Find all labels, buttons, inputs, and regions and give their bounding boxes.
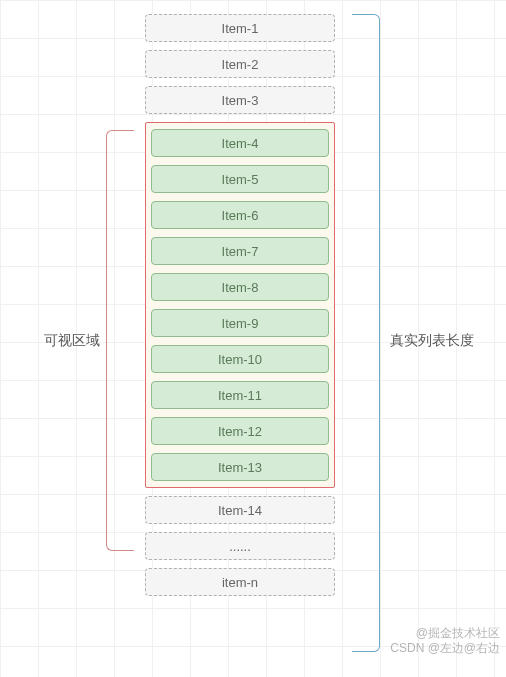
- item-label: Item-1: [222, 21, 259, 36]
- list-item: Item-3: [145, 86, 335, 114]
- list-item: Item-12: [151, 417, 329, 445]
- item-label: Item-2: [222, 57, 259, 72]
- viewport-box: Item-4 Item-5 Item-6 Item-7 Item-8 Item-…: [145, 122, 335, 488]
- watermark: @掘金技术社区 CSDN @左边@右边: [390, 626, 500, 657]
- list-item: Item-14: [145, 496, 335, 524]
- item-label: Item-14: [218, 503, 262, 518]
- item-label: Item-9: [222, 316, 259, 331]
- list-item: Item-4: [151, 129, 329, 157]
- diagram-stage: Item-1 Item-2 Item-3 Item-4 Item-5 Item-…: [0, 0, 506, 677]
- list-item: Item-11: [151, 381, 329, 409]
- left-bracket-label: 可视区域: [44, 332, 100, 350]
- item-label: Item-4: [222, 136, 259, 151]
- list-item: Item-5: [151, 165, 329, 193]
- item-column: Item-1 Item-2 Item-3 Item-4 Item-5 Item-…: [145, 14, 335, 596]
- watermark-line: CSDN @左边@右边: [390, 641, 500, 657]
- item-label: Item-13: [218, 460, 262, 475]
- right-bracket-label: 真实列表长度: [390, 332, 474, 350]
- item-label: Item-11: [218, 388, 262, 403]
- item-label: Item-8: [222, 280, 259, 295]
- list-item: item-n: [145, 568, 335, 596]
- list-item: ......: [145, 532, 335, 560]
- item-label: Item-3: [222, 93, 259, 108]
- item-label: Item-12: [218, 424, 262, 439]
- watermark-line: @掘金技术社区: [390, 626, 500, 642]
- list-item: Item-9: [151, 309, 329, 337]
- item-label: Item-10: [218, 352, 262, 367]
- list-item: Item-7: [151, 237, 329, 265]
- list-item: Item-6: [151, 201, 329, 229]
- list-item: Item-8: [151, 273, 329, 301]
- item-label: ......: [229, 539, 251, 554]
- list-item: Item-2: [145, 50, 335, 78]
- right-bracket: [352, 14, 380, 652]
- item-label: Item-6: [222, 208, 259, 223]
- item-label: Item-7: [222, 244, 259, 259]
- item-label: item-n: [222, 575, 258, 590]
- list-item: Item-1: [145, 14, 335, 42]
- list-item: Item-13: [151, 453, 329, 481]
- item-label: Item-5: [222, 172, 259, 187]
- list-item: Item-10: [151, 345, 329, 373]
- left-bracket: [106, 130, 134, 551]
